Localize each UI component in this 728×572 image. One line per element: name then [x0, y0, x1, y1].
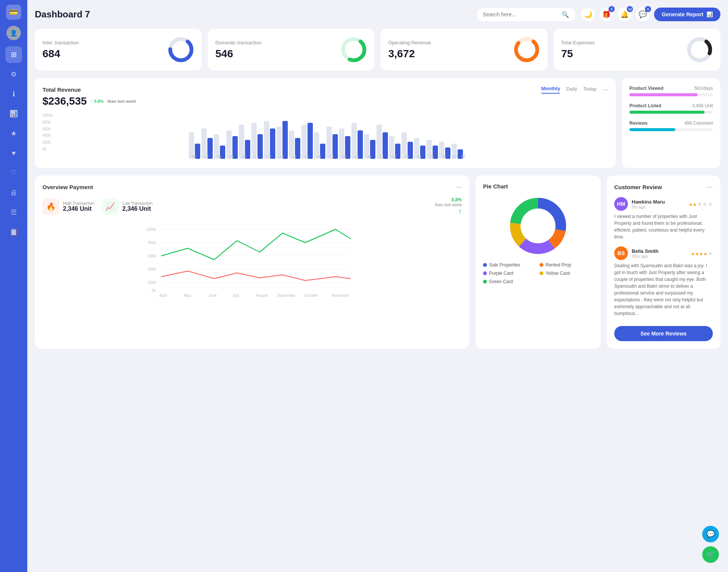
- svg-rect-30: [326, 127, 332, 159]
- sidebar-item-analytics[interactable]: 📊: [5, 105, 22, 122]
- sidebar-item-list[interactable]: 📋: [5, 224, 22, 240]
- stat-row-product-viewed-header: Product Viewed 561/days: [629, 86, 713, 91]
- stat-card-inter-info: Inter. transaction 684: [42, 40, 79, 60]
- pie-chart-title: Pie Chart: [483, 183, 593, 190]
- star-icon: ★: [11, 129, 17, 138]
- svg-text:23: 23: [405, 155, 409, 159]
- review-stars-1: ★★★★★: [691, 250, 713, 257]
- sidebar-item-settings[interactable]: ⚙: [5, 66, 22, 83]
- stat-card-expenses: Total Expenses 75: [554, 29, 720, 71]
- tab-today[interactable]: Today: [583, 86, 596, 93]
- sidebar-item-dashboard[interactable]: ⊞: [5, 46, 22, 63]
- review-name-0: Hawkins Maru: [632, 199, 665, 205]
- reviews-more-btn[interactable]: ···: [707, 183, 713, 191]
- svg-text:15: 15: [304, 155, 309, 159]
- stat-row-product-listed-header: Product Listed 3,456 Unit: [629, 103, 713, 108]
- svg-text:August: August: [256, 293, 268, 298]
- svg-text:24: 24: [417, 155, 422, 159]
- revenue-label: Operating Revenue: [388, 40, 431, 45]
- high-transaction-value: 2,346 Unit: [63, 205, 94, 212]
- expenses-donut: [686, 36, 713, 63]
- svg-text:07: 07: [204, 155, 209, 159]
- moon-btn[interactable]: 🌙: [581, 8, 595, 21]
- tab-daily[interactable]: Daily: [566, 86, 577, 93]
- stat-card-expenses-info: Total Expenses 75: [561, 40, 595, 60]
- fab-container: 💬 🛒: [702, 526, 719, 563]
- revenue-amount: $236,535 ↑ 0.8% than last week: [42, 95, 608, 107]
- more-button[interactable]: ···: [602, 86, 608, 94]
- revenue-change-pct: 0.8%: [94, 99, 104, 103]
- svg-text:22: 22: [392, 155, 397, 159]
- generate-report-button[interactable]: Generate Report 📊: [654, 8, 720, 21]
- svg-text:19: 19: [355, 155, 359, 159]
- svg-text:11: 11: [254, 155, 259, 159]
- gift-btn[interactable]: 🎁 2: [599, 8, 613, 21]
- bell-btn[interactable]: 🔔 12: [618, 8, 631, 21]
- user-avatar[interactable]: 👤: [6, 26, 21, 40]
- sidebar-item-info[interactable]: ℹ: [5, 86, 22, 102]
- stats-panel: Product Viewed 561/days Product Listed 3…: [622, 78, 720, 168]
- revenue-title: Total Revenue: [42, 86, 81, 93]
- review-avatar-1: BS: [614, 246, 628, 260]
- sale-properties-dot: [483, 263, 487, 267]
- analytics-icon: 📊: [9, 110, 18, 118]
- tab-monthly[interactable]: Monthly: [541, 86, 560, 94]
- review-time-1: 20m ago: [632, 254, 659, 259]
- svg-rect-18: [251, 123, 257, 159]
- expenses-value: 75: [561, 48, 595, 60]
- sidebar-item-print[interactable]: 🖨: [5, 184, 22, 201]
- see-more-reviews-button[interactable]: See More Reviews: [614, 326, 713, 341]
- search-bar[interactable]: 🔍: [477, 8, 575, 21]
- cart-icon: 🛒: [706, 550, 715, 559]
- svg-text:20: 20: [367, 155, 372, 159]
- sidebar-item-menu[interactable]: ☰: [5, 204, 22, 221]
- sidebar-item-heart2[interactable]: ♡: [5, 165, 22, 181]
- svg-text:September: September: [277, 293, 296, 298]
- svg-text:08: 08: [217, 155, 221, 159]
- svg-rect-26: [301, 125, 307, 159]
- fire-icon: 🔥: [46, 202, 56, 211]
- y-600k: 600k: [42, 127, 58, 131]
- heart-outline-icon: ♡: [11, 169, 17, 177]
- revenue-change-label: than last week: [107, 99, 136, 103]
- review-user-0: HM Hawkins Maru 5m ago ★★★★★: [614, 197, 713, 211]
- revenue-header: Total Revenue Monthly Daily Today ···: [42, 86, 608, 94]
- heart-icon: ♥: [12, 149, 16, 157]
- overview-header: Overview Payment ···: [42, 183, 462, 191]
- chat-btn[interactable]: 💬 5: [636, 8, 650, 21]
- sale-properties-label: Sale Properties: [489, 262, 520, 268]
- svg-text:28: 28: [461, 155, 466, 159]
- yellow-card-dot: [540, 271, 543, 275]
- main-content: Dashboard 7 🔍 🌙 🎁 2 🔔 12 💬 5 Generate Re: [27, 0, 728, 572]
- svg-rect-22: [276, 127, 282, 159]
- product-viewed-value: 561/days: [694, 86, 713, 91]
- sidebar-item-star[interactable]: ★: [5, 125, 22, 142]
- svg-rect-23: [282, 121, 288, 159]
- review-user-1: BS Bella Smith 20m ago ★★★★★: [614, 246, 713, 260]
- support-fab[interactable]: 💬: [702, 526, 719, 542]
- pie-card: Pie Chart Sale Properties: [475, 176, 601, 349]
- purple-card-dot: [483, 271, 487, 275]
- chart-icon: 📊: [706, 11, 713, 17]
- y-800k: 800k: [42, 120, 58, 124]
- cart-fab[interactable]: 🛒: [702, 546, 719, 563]
- product-listed-bar-bg: [629, 111, 713, 114]
- overview-stats: 🔥 High Transaction 2,346 Unit 📈 Low Tran…: [42, 197, 462, 216]
- legend-green-card: Green Card: [483, 279, 537, 284]
- product-viewed-bar-fill: [629, 93, 698, 96]
- search-input[interactable]: [483, 11, 559, 17]
- sidebar-logo[interactable]: 💳: [6, 5, 21, 20]
- sidebar-item-heart[interactable]: ♥: [5, 145, 22, 161]
- bell-badge: 12: [627, 6, 633, 12]
- legend-purple-card: Purple Card: [483, 271, 537, 276]
- stat-row-reviews: Reviews 456 Comment: [629, 121, 713, 131]
- legend-yellow-card: Yellow Card: [540, 271, 593, 276]
- bar-chart: 1000k 800k 600k 400k 200k 0k: [42, 113, 608, 160]
- search-icon: 🔍: [562, 11, 569, 18]
- svg-text:May: May: [184, 293, 191, 298]
- pie-chart-svg: [508, 196, 568, 256]
- overview-more-btn[interactable]: ···: [456, 183, 462, 191]
- reviews-bar-fill: [629, 128, 675, 131]
- chat-icon: 💬: [639, 10, 647, 19]
- reviews-title: Customer Review: [614, 184, 662, 190]
